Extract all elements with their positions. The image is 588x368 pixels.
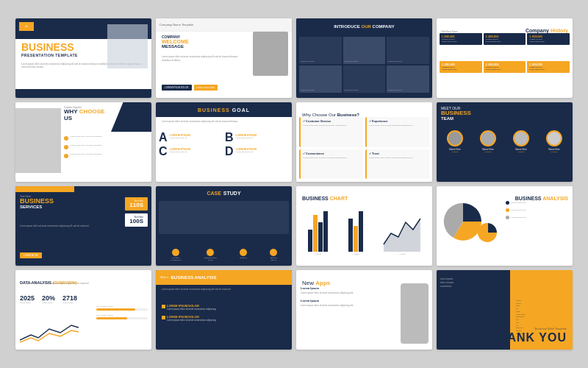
slide12-labels: Lorem ipsum dolor Lorem ipsum dolor Lore… bbox=[506, 201, 568, 219]
slide-10: CASE STUDY FASTESTALGORITHM PRODUCTIONRA… bbox=[156, 186, 292, 266]
slide5-accent-shape bbox=[111, 102, 151, 132]
slide10-circle1 bbox=[172, 249, 179, 256]
slide-3: INTRODUCE OUR COMPANY Employee Name Empl… bbox=[296, 18, 432, 98]
slide-8: MEET OUR BUSINESS TEAM Name Here Positio… bbox=[437, 102, 573, 182]
slide15-phone bbox=[401, 283, 429, 344]
slide10-icons: FASTESTALGORITHM PRODUCTIONRATE HOW TO B… bbox=[159, 249, 289, 261]
slide4-timeline2: 1. 2020-2026 LOREM IPSUMLorem ipsum dolo… bbox=[440, 61, 570, 73]
slide-12: BUSINESS ANALYSIS bbox=[437, 186, 573, 266]
slide4-t2-item2: 2. 2020-2026 LOREM IPSUMLorem ipsum dolo… bbox=[484, 61, 526, 73]
slide6-body: Lorem ipsum dolor sit amet consectetur a… bbox=[162, 120, 286, 124]
slide3-img4: Employee Name bbox=[299, 66, 342, 93]
slide3-grid: Employee Name Employee Name Employee Nam… bbox=[299, 37, 429, 93]
slide14-header: Slide in BUSINESS ANALYSIS bbox=[156, 270, 292, 285]
slide13-bar2-fill bbox=[96, 317, 127, 319]
slide7-cards: ✓ Customer Service Lorem ipsum dolor sit… bbox=[299, 117, 429, 179]
slide3-header: INTRODUCE OUR COMPANY bbox=[296, 18, 432, 35]
slide1-business: BUSINESS bbox=[21, 42, 78, 53]
slide8-title: MEET OUR BUSINESS TEAM bbox=[441, 106, 471, 121]
check-icon-3 bbox=[64, 154, 68, 158]
slide13-linechart bbox=[20, 322, 79, 344]
slide15-content: Lorem Ipsum Lorem ipsum dolor sit amet c… bbox=[301, 286, 397, 307]
slide1-image bbox=[107, 24, 148, 68]
slide-16: Lorem ipsumdolor sit ametconsectetur Bus… bbox=[437, 270, 573, 350]
slide8-avatar2 bbox=[480, 130, 496, 146]
slide2-btn1[interactable]: LOREM IPSUM DOLOR bbox=[162, 85, 192, 91]
slide-5: Together Together WHY CHOOSE US Lorem ip… bbox=[15, 102, 151, 182]
slide8-member3: Name Here Position bbox=[506, 130, 537, 153]
slide10-circle2 bbox=[207, 249, 214, 256]
slide14-item1: LOREM IPSUM DOLOR Lorem ipsum dolor sit … bbox=[162, 304, 286, 311]
slide7-card1: ✓ Customer Service Lorem ipsum dolor sit… bbox=[299, 117, 363, 147]
slide14-item2: LOREM IPSUM DOLOR Lorem ipsum dolor sit … bbox=[162, 315, 286, 322]
slide-7: Why Choose Our Business? ✓ Customer Serv… bbox=[296, 102, 432, 182]
slide14-dot1 bbox=[162, 305, 165, 308]
slide13-desc: Lorem ipsum dolor sit amet consectetur a… bbox=[20, 282, 96, 286]
slide9-btn[interactable]: LEARN MORE bbox=[20, 252, 42, 258]
slide2-body: Lorem ipsum dolor sit amet consectetur a… bbox=[162, 55, 248, 62]
slide6-header: BUSINESS GOAL bbox=[156, 102, 292, 117]
slide1-subtitle: PRESENTATION TEMPLATE bbox=[21, 53, 78, 57]
slide8-member4: Name Here Position bbox=[539, 130, 570, 153]
slide13-stat3: 2718 Lorem Ipsum bbox=[62, 295, 77, 304]
slide11-linechart: L. ipsum bbox=[376, 201, 428, 255]
check-icon-1 bbox=[64, 136, 68, 141]
slide7-card2: ✓ Experience Lorem ipsum dolor sit amet … bbox=[365, 117, 429, 147]
slide3-title: INTRODUCE OUR COMPANY bbox=[334, 24, 395, 29]
slide-13: DATA ANALYSIS (OVERVIEW) Lorem ipsum dol… bbox=[15, 270, 151, 350]
slide10-icon1: FASTESTALGORITHM bbox=[171, 249, 182, 261]
slide-4: SlideShow Name Company History 1. 2020-2… bbox=[437, 18, 573, 98]
slide2-header: Company Name Template bbox=[156, 18, 292, 32]
slide8-team: Name Here Position Name Here Position Na… bbox=[440, 130, 570, 153]
slide5-title: Together Together WHY CHOOSE US bbox=[64, 106, 104, 121]
slide-2: Company Name Template COMPANY WELCOME ME… bbox=[156, 18, 292, 98]
slide11-barchart2: L. ipsum bbox=[339, 201, 373, 255]
slide5-check3: Lorem ipsum dolor sit amet consectetur bbox=[64, 153, 148, 158]
slide7-card4: ✓ Trust Lorem ipsum dolor sit amet conse… bbox=[365, 149, 429, 180]
slide4-timeline1: 1. 2020-2021 LOREM IPSUMLorem ipsum dolo… bbox=[440, 33, 570, 45]
slide2-btn2[interactable]: Lorem ipsum dolor bbox=[194, 85, 218, 91]
slide9-stats: Text Here 110S Text Here 100S bbox=[125, 197, 148, 227]
logo: s1 bbox=[25, 25, 27, 28]
slide6-item-d: D LOREM IPSUM Lorem ipsum dolor sit bbox=[225, 146, 289, 158]
slide6-item-a: A LOREM IPSUM Lorem ipsum dolor sit bbox=[159, 132, 223, 144]
slide2-buttons: LOREM IPSUM DOLOR Lorem ipsum dolor bbox=[162, 85, 218, 91]
slide9-title: Text Here BUSINESS SERVICES bbox=[20, 195, 54, 209]
slide10-circle3 bbox=[240, 249, 247, 256]
slide9-top-accent bbox=[15, 186, 74, 192]
slide-14: Slide in BUSINESS ANALYSIS Lorem ipsum d… bbox=[156, 270, 292, 350]
slide4-t1-item2: 2. 2020-2021 LOREM IPSUMLorem ipsum dolo… bbox=[484, 33, 526, 45]
slide3-img5: Employee Name bbox=[343, 66, 386, 93]
slide10-icon4: BRIGHTIDEAS bbox=[270, 249, 277, 261]
slide2-title: COMPANY WELCOME MESSAGE bbox=[162, 35, 189, 49]
slide3-img1: Employee Name bbox=[299, 37, 342, 64]
slide8-member1: Name Here Position bbox=[440, 130, 470, 153]
slide-9: Text Here BUSINESS SERVICES Lorem ipsum … bbox=[15, 186, 151, 266]
slide11-charts: L. ipsum L. ipsum bbox=[301, 201, 428, 255]
slide13-stats: 2025 Lorem Ipsum 20% Lorem Ipsum 2718 Lo… bbox=[20, 295, 77, 304]
slide6-item-b: B LOREM IPSUM Lorem ipsum dolor sit bbox=[225, 132, 289, 144]
slide10-icon2: PRODUCTIONRATE bbox=[204, 249, 217, 261]
slide11-barchart1: L. ipsum bbox=[301, 201, 335, 255]
slide13-prog2: 60% LOREM IPSUM bbox=[96, 314, 148, 319]
slide10-icon3: HOW TO bbox=[240, 249, 247, 261]
slides-grid: s1 BUSINESS PRESENTATION TEMPLATE Lorem … bbox=[8, 11, 580, 357]
slide14-desc: Lorem ipsum dolor sit amet consectetur a… bbox=[162, 288, 286, 291]
slide8-avatar1 bbox=[447, 130, 463, 146]
slide11-svg bbox=[376, 208, 428, 252]
slide5-checks: Lorem ipsum dolor sit amet consectetur L… bbox=[64, 135, 148, 158]
slide10-image bbox=[159, 201, 289, 234]
slide5-check1: Lorem ipsum dolor sit amet consectetur bbox=[64, 135, 148, 141]
slide4-t2-item1: 1. 2020-2026 LOREM IPSUMLorem ipsum dolo… bbox=[440, 61, 482, 73]
slide10-header: CASE STUDY bbox=[156, 186, 292, 199]
slide9-stat2: Text Here 100S bbox=[125, 213, 148, 227]
slide6-items: A LOREM IPSUM Lorem ipsum dolor sit B LO… bbox=[159, 132, 289, 158]
slide12-pie2 bbox=[477, 222, 499, 247]
check-icon-2 bbox=[64, 145, 68, 149]
slide2-header-text: Company Name Template bbox=[159, 23, 193, 26]
slide13-prog1: 75% LOREM IPSUM bbox=[96, 305, 148, 311]
slide7-card3: ✓ Convenience Lorem ipsum dolor sit amet… bbox=[299, 149, 363, 180]
slide-15: New Apps Lorem Ipsum Lorem ipsum dolor s… bbox=[296, 270, 432, 350]
slide16-thank: Business Slide Template THANK YOU bbox=[490, 327, 567, 344]
slide14-dot2 bbox=[162, 316, 165, 319]
